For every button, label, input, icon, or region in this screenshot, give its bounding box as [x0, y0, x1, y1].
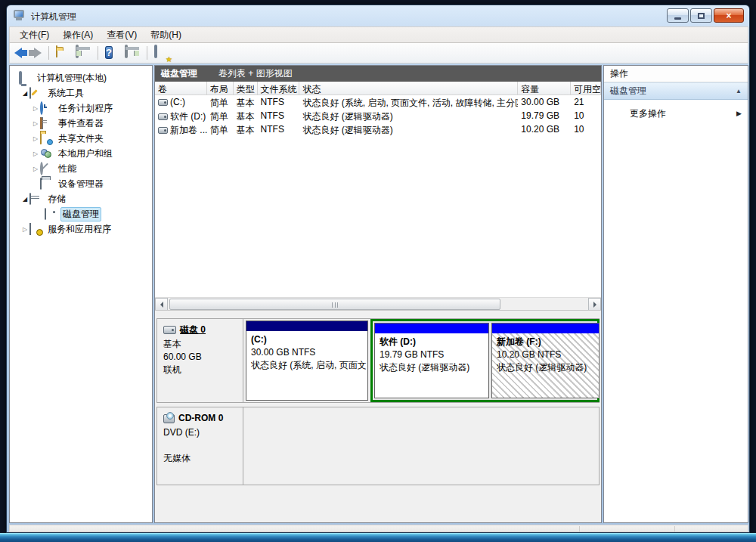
cdrom-status: 无媒体 [163, 452, 237, 465]
tree-item-services-applications[interactable]: ▷ 服务和应用程序 [10, 221, 152, 237]
app-icon [14, 10, 26, 21]
panel-header: 磁盘管理 卷列表 + 图形视图 [155, 66, 601, 82]
disk0-label[interactable]: 磁盘 0 基本 60.00 GB 联机 [157, 319, 243, 402]
volume-row-d[interactable]: 软件 (D:) 简单 基本 NTFS 状态良好 (逻辑驱动器) 19.79 GB… [155, 109, 601, 122]
disk0-capacity: 60.00 GB [163, 351, 237, 364]
menu-file[interactable]: 文件(F) [13, 27, 56, 43]
collapse-section-icon[interactable]: ▲ [736, 88, 742, 94]
partition-c[interactable]: (C:) 30.00 GB NTFS 状态良好 (系统, 启动, 页面文 [246, 321, 368, 401]
scrollbar-thumb[interactable] [169, 299, 500, 310]
partition-d-size: 19.79 GB NTFS [380, 348, 484, 361]
scroll-right-button[interactable] [588, 298, 601, 311]
volume-row-f[interactable]: 新加卷 ... 简单 基本 NTFS 状态良好 (逻辑驱动器) 10.20 GB… [155, 122, 601, 136]
column-layout[interactable]: 布局 [207, 82, 234, 94]
collapsed-arrow-icon[interactable]: ▷ [31, 120, 40, 127]
collapsed-arrow-icon[interactable]: ▷ [31, 105, 40, 112]
expanded-arrow-icon[interactable]: ◢ [20, 90, 29, 97]
disk0-name: 磁盘 0 [180, 324, 206, 336]
device-manager-icon [40, 178, 42, 190]
menu-action[interactable]: 操作(A) [56, 27, 100, 43]
export-list-icon[interactable] [56, 45, 57, 57]
partition-c-status: 状态良好 (系统, 启动, 页面文 [251, 359, 363, 372]
show-hide-console-tree-icon[interactable] [76, 45, 79, 58]
tree-item-system-tools[interactable]: ◢ 系统工具 [10, 85, 152, 101]
forward-icon[interactable] [34, 48, 42, 58]
partition-c-size: 30.00 GB NTFS [251, 346, 363, 359]
back-icon[interactable] [14, 48, 22, 58]
tree-item-event-viewer[interactable]: ▷ 事件查看器 [10, 116, 152, 131]
column-status[interactable]: 状态 [299, 82, 518, 94]
computer-icon [19, 71, 22, 85]
action-pane-title: 操作 [604, 66, 748, 82]
partition-f-selected[interactable]: 新加卷 (F:) 10.20 GB NTFS 状态良好 (逻辑驱动器) [491, 323, 600, 398]
collapsed-arrow-icon[interactable]: ▷ [31, 135, 40, 142]
partition-f-name: 新加卷 (F:) [497, 336, 594, 348]
logical-drive-bar [375, 324, 488, 333]
close-button[interactable]: × [714, 8, 744, 23]
partition-d[interactable]: 软件 (D:) 19.79 GB NTFS 状态良好 (逻辑驱动器) [374, 323, 489, 398]
panel-subtitle: 卷列表 + 图形视图 [218, 67, 293, 80]
services-applications-icon [29, 223, 31, 235]
column-capacity[interactable]: 容量 [518, 82, 571, 94]
tree-item-disk-management[interactable]: 磁盘管理 [10, 206, 152, 221]
scrollbar-grip [332, 302, 338, 308]
graphical-view: 磁盘 0 基本 60.00 GB 联机 (C:) 30.00 GB NTFS 状… [155, 310, 601, 499]
performance-icon [40, 162, 43, 175]
submenu-arrow-icon: ▶ [736, 110, 742, 117]
status-bar [9, 525, 748, 532]
collapsed-arrow-icon[interactable]: ▷ [31, 166, 40, 172]
extended-partition-frame: 软件 (D:) 19.79 GB NTFS 状态良好 (逻辑驱动器) 新加卷 (… [370, 319, 600, 402]
disk0-partitions: (C:) 30.00 GB NTFS 状态良好 (系统, 启动, 页面文 软件 … [243, 319, 599, 402]
collapsed-arrow-icon[interactable]: ▷ [31, 150, 40, 157]
tree-item-local-users-groups[interactable]: ▷ 本地用户和组 [10, 146, 152, 161]
column-filesystem[interactable]: 文件系统 [258, 82, 300, 94]
tree-item-shared-folders[interactable]: ▷ 共享文件夹 [10, 131, 152, 146]
window-title: 计算机管理 [31, 11, 76, 23]
hard-disk-icon [163, 326, 176, 334]
cdrom-media: DVD (E:) [163, 426, 237, 439]
expanded-arrow-icon[interactable]: ◢ [20, 196, 29, 203]
maximize-icon [698, 13, 705, 19]
tree-item-device-manager[interactable]: 设备管理器 [10, 176, 152, 191]
minimize-button[interactable] [667, 8, 689, 23]
tree-item-performance[interactable]: ▷ 性能 [10, 161, 152, 176]
partition-d-status: 状态良好 (逻辑驱动器) [380, 361, 484, 374]
computer-management-window: 计算机管理 × 文件(F) 操作(A) 查看(V) 帮助(H) ? 计算机管理(… [6, 5, 750, 533]
scroll-left-button[interactable] [155, 298, 168, 311]
console-tree-panel: 计算机管理(本地) ◢ 系统工具 ▷ 任务计划程序 ▷ 事件查看器 ▷ 共享文件… [9, 65, 153, 523]
close-icon: × [726, 11, 731, 20]
column-volume[interactable]: 卷 [155, 82, 207, 94]
tree-item-storage[interactable]: ◢ 存储 [10, 191, 152, 206]
cdrom-empty-area [243, 407, 599, 485]
storage-icon [29, 193, 31, 205]
maximize-button[interactable] [690, 8, 712, 23]
menu-help[interactable]: 帮助(H) [144, 27, 188, 43]
disk0-row: 磁盘 0 基本 60.00 GB 联机 (C:) 30.00 GB NTFS 状… [156, 318, 600, 403]
console-properties-icon[interactable] [154, 45, 157, 58]
horizontal-scrollbar[interactable] [155, 297, 601, 310]
cdrom-name: CD-ROM 0 [178, 412, 223, 425]
action-section-disk-management[interactable]: 磁盘管理 ▲ [604, 82, 748, 100]
title-bar[interactable]: 计算机管理 × [7, 5, 749, 26]
column-type[interactable]: 类型 [234, 82, 258, 94]
partition-c-name: (C:) [251, 333, 363, 346]
volume-icon [158, 127, 168, 134]
volume-list: 卷 布局 类型 文件系统 状态 容量 可用空间 (C:) 简单 基本 NTFS … [155, 82, 601, 297]
primary-partition-bar [246, 321, 367, 331]
event-viewer-icon [40, 117, 43, 129]
cdrom-label[interactable]: CD-ROM 0 DVD (E:) 无媒体 [157, 407, 243, 485]
volume-row-c[interactable]: (C:) 简单 基本 NTFS 状态良好 (系统, 启动, 页面文件, 活动, … [155, 95, 601, 109]
column-free-space[interactable]: 可用空间 [571, 82, 601, 94]
menu-view[interactable]: 查看(V) [100, 27, 144, 43]
disk-management-main-panel: 磁盘管理 卷列表 + 图形视图 卷 布局 类型 文件系统 状态 容量 可用空间 … [154, 65, 602, 523]
collapsed-arrow-icon[interactable]: ▷ [20, 226, 29, 233]
toolbar-separator [98, 46, 98, 60]
show-hide-action-pane-icon[interactable] [125, 45, 128, 58]
minimize-icon [674, 17, 681, 20]
more-actions-item[interactable]: 更多操作 ▶ [604, 104, 748, 122]
tree-item-computer-management[interactable]: 计算机管理(本地) [10, 70, 152, 85]
tree-item-task-scheduler[interactable]: ▷ 任务计划程序 [10, 101, 152, 116]
help-icon[interactable]: ? [105, 46, 113, 59]
partition-f-size: 10.20 GB NTFS [497, 348, 594, 361]
task-scheduler-icon [40, 101, 43, 115]
